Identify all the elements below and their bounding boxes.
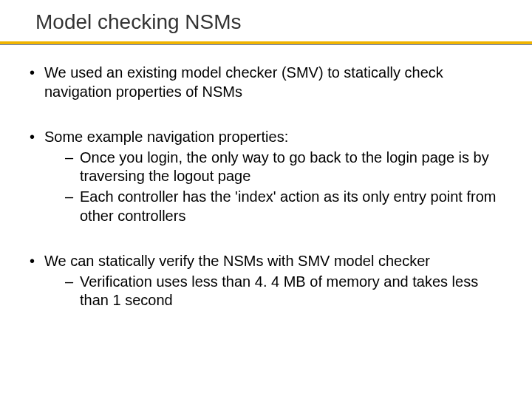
bullet-item: We used an existing model checker (SMV) … bbox=[30, 64, 502, 101]
bullet-text: We can statically verify the NSMs with S… bbox=[44, 252, 502, 271]
slide-body: We used an existing model checker (SMV) … bbox=[0, 46, 532, 310]
underline-blue bbox=[0, 44, 532, 45]
title-underline bbox=[0, 41, 532, 46]
sub-bullet-text: Each controller has the 'index' action a… bbox=[80, 188, 502, 225]
slide-title: Model checking NSMs bbox=[35, 10, 532, 34]
bullet-text: Some example navigation properties: bbox=[44, 128, 502, 147]
sub-bullet-text: Once you login, the only way to go back … bbox=[80, 149, 502, 186]
title-region: Model checking NSMs bbox=[0, 0, 532, 34]
bullet-list: We used an existing model checker (SMV) … bbox=[30, 64, 502, 310]
sub-bullet-list: Once you login, the only way to go back … bbox=[44, 149, 502, 225]
sub-bullet-item: Verification uses less than 4. 4 MB of m… bbox=[44, 273, 502, 310]
sub-bullet-text: Verification uses less than 4. 4 MB of m… bbox=[80, 273, 502, 310]
bullet-item: Some example navigation properties: Once… bbox=[30, 128, 502, 225]
bullet-item: We can statically verify the NSMs with S… bbox=[30, 252, 502, 310]
bullet-text: We used an existing model checker (SMV) … bbox=[44, 64, 502, 101]
sub-bullet-item: Once you login, the only way to go back … bbox=[44, 149, 502, 186]
sub-bullet-list: Verification uses less than 4. 4 MB of m… bbox=[44, 273, 502, 310]
sub-bullet-item: Each controller has the 'index' action a… bbox=[44, 188, 502, 225]
